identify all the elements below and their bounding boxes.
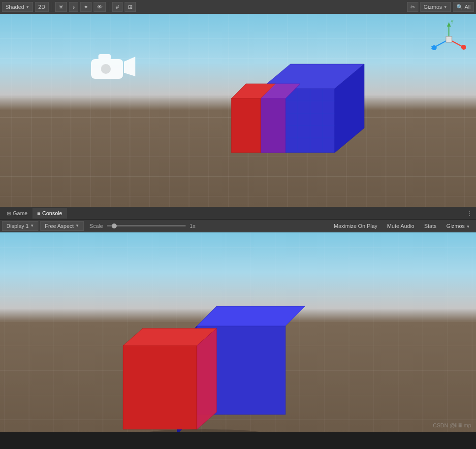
svg-rect-29 [446,36,452,42]
all-label: All [465,4,471,10]
svg-rect-3 [98,54,111,60]
gizmos-dropdown[interactable]: Gizmos ▼ [420,2,451,12]
display-dropdown-arrow: ▼ [30,224,34,228]
aspect-label: Free Aspect [45,223,74,229]
scale-value: 1x [190,223,195,229]
axis-gizmo[interactable]: Y Z [429,20,469,59]
svg-point-37 [145,429,263,432]
game-tab-icon: ⊞ [7,211,11,216]
camera-svg [89,49,138,84]
tabs-more-button[interactable]: ⋮ [465,209,474,218]
svg-marker-36 [197,328,217,429]
scene-toolbar: Shaded ▼ 2D ☀ ♪ ✦ 👁 # ⊞ [0,0,476,14]
svg-text:Y: Y [450,19,454,25]
game-cubes-svg [98,301,345,432]
shaded-dropdown-arrow: ▼ [26,5,30,9]
console-tab-label: Console [42,210,62,216]
audio-button[interactable]: ♪ [69,2,79,12]
game-cubes-container [98,301,345,432]
aspect-dropdown-arrow: ▼ [75,224,79,228]
lighting-button[interactable]: ☀ [55,2,67,12]
display-label: Display 1 [6,223,29,229]
svg-marker-17 [231,98,261,153]
gizmos-dropdown-arrow: ▼ [444,5,447,9]
2d-button[interactable]: 2D [35,2,49,12]
visibility-button[interactable]: 👁 [94,2,106,12]
scene-cubes-svg [222,49,409,187]
snap-icon: ⊞ [128,4,132,10]
maximize-on-play-button[interactable]: Maximize On Play [330,221,381,231]
stats-label: Stats [424,223,437,229]
grid-button[interactable]: # [112,2,122,12]
separator-2 [109,2,109,11]
scene-cubes [222,49,409,187]
mute-label: Mute Audio [387,223,414,229]
svg-marker-33 [123,346,197,429]
mute-audio-button[interactable]: Mute Audio [383,221,418,231]
lighting-icon: ☀ [59,4,63,10]
axis-gizmo-svg: Y Z [429,20,469,59]
camera-icon-container [89,49,128,79]
separator-1 [52,2,52,11]
game-toolbar: Display 1 ▼ Free Aspect ▼ Scale 1x Maxim… [0,220,476,232]
svg-marker-4 [124,57,135,76]
gizmos-game-dropdown-arrow: ▼ [466,224,470,229]
svg-point-25 [461,45,466,50]
game-view: CSDN @iiiiiiimp [0,232,476,432]
gizmos-scene-label: Gizmos [424,4,442,10]
scale-label: Scale [90,223,103,229]
shaded-label: Shaded [5,4,24,10]
svg-text:Z: Z [431,45,434,50]
effects-icon: ✦ [84,4,88,10]
svg-marker-19 [261,98,286,153]
tabs-row: ⊞ Game ≡ Console ⋮ [0,207,476,220]
scale-slider-thumb [112,224,117,228]
game-tab[interactable]: ⊞ Game [2,208,32,219]
watermark-text: CSDN @iiiiiiimp [433,422,471,428]
shaded-dropdown[interactable]: Shaded ▼ [2,2,33,12]
console-tab-icon: ≡ [37,211,40,216]
stats-button[interactable]: Stats [420,221,441,231]
svg-point-2 [101,64,111,74]
scene-view: Shaded ▼ 2D ☀ ♪ ✦ 👁 # ⊞ [0,0,476,207]
scale-slider[interactable] [107,225,186,226]
snap-button[interactable]: ⊞ [125,2,136,12]
game-toolbar-right: Maximize On Play Mute Audio Stats Gizmos… [330,221,474,231]
wrench-icon: ✂ [411,4,415,10]
transform-tools[interactable]: ✂ [407,2,418,12]
scene-search[interactable]: 🔍 All [453,2,474,12]
gizmos-game-label: Gizmos [446,223,465,229]
effects-button[interactable]: ✦ [80,2,92,12]
display-dropdown[interactable]: Display 1 ▼ [2,221,38,231]
watermark: CSDN @iiiiiiimp [433,422,471,428]
audio-icon: ♪ [72,4,75,10]
gizmos-game-button[interactable]: Gizmos ▼ [443,221,474,231]
scene-toolbar-right: ✂ Gizmos ▼ 🔍 All [407,2,474,12]
2d-label: 2D [38,4,45,10]
grid-icon: # [116,4,119,10]
more-icon: ⋮ [467,210,473,217]
aspect-dropdown[interactable]: Free Aspect ▼ [40,221,84,231]
visibility-icon: 👁 [97,4,102,10]
search-icon: 🔍 [456,4,463,10]
svg-marker-31 [197,306,305,326]
console-tab[interactable]: ≡ Console [32,208,67,219]
maximize-label: Maximize On Play [334,223,378,229]
game-tab-label: Game [13,210,28,216]
